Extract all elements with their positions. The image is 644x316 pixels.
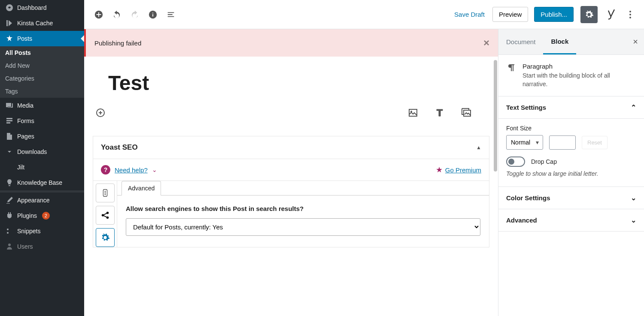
sidebar-label: Plugins	[17, 212, 37, 219]
sidebar-item-appearance[interactable]: Appearance	[0, 193, 84, 208]
sidebar-item-snippets[interactable]: Snippets	[0, 223, 84, 239]
submenu-add-new[interactable]: Add New	[0, 59, 84, 72]
yoast-subtab-advanced[interactable]: Advanced	[122, 181, 161, 196]
sidebar-item-forms[interactable]: Forms	[0, 113, 84, 129]
sidebar-item-jilt[interactable]: Jilt	[0, 160, 84, 175]
redo-button[interactable]	[127, 7, 143, 22]
more-menu-button[interactable]	[623, 11, 637, 18]
info-button[interactable]	[145, 7, 161, 22]
plug-icon	[5, 211, 14, 220]
svg-point-4	[104, 194, 106, 195]
notice-text: Publishing failed	[94, 39, 141, 47]
kinsta-icon	[5, 19, 14, 27]
scissors-icon	[5, 227, 14, 235]
post-title[interactable]: Test	[84, 57, 498, 100]
need-help-link[interactable]: Need help?	[115, 166, 148, 174]
settings-sidebar: Document Block × Paragraph Start with th…	[498, 29, 644, 316]
yoast-tab-social[interactable]	[96, 206, 115, 225]
sidebar-item-media[interactable]: Media	[0, 98, 84, 113]
gallery-block-button[interactable]	[459, 105, 474, 120]
sidebar-item-downloads[interactable]: Downloads	[0, 144, 84, 160]
traffic-light-icon	[100, 188, 110, 198]
sidebar-label: Users	[17, 243, 33, 250]
admin-sidebar: Dashboard Kinsta Cache Posts All Posts A…	[0, 0, 84, 316]
sidebar-label: Media	[17, 102, 33, 109]
settings-button[interactable]	[580, 6, 598, 23]
sidebar-label: Knowledge Base	[17, 179, 62, 186]
sidebar-label: Pages	[17, 133, 34, 140]
yoast-tab-advanced[interactable]	[96, 228, 115, 247]
font-size-input[interactable]	[549, 135, 576, 150]
dashboard-icon	[5, 3, 14, 12]
yoast-panel-title: Yoast SEO	[101, 143, 138, 152]
notice-close-button[interactable]: ×	[483, 37, 489, 49]
gear-icon	[584, 10, 594, 19]
insert-block-button[interactable]	[93, 105, 108, 120]
undo-button[interactable]	[109, 7, 125, 22]
collapse-icon: ▲	[476, 144, 481, 150]
block-appender	[84, 100, 498, 136]
block-desc-text: Start with the building block of all nar…	[522, 72, 636, 88]
font-size-reset-button[interactable]: Reset	[582, 136, 608, 149]
tab-block[interactable]: Block	[543, 29, 576, 54]
submenu-categories[interactable]: Categories	[0, 72, 84, 85]
download-icon	[5, 147, 14, 156]
sidebar-item-kb[interactable]: Knowledge Base	[0, 175, 84, 190]
plus-circle-icon	[94, 10, 103, 19]
close-inspector-button[interactable]: ×	[627, 37, 644, 47]
inspector-tabs: Document Block ×	[498, 29, 644, 55]
sidebar-item-posts[interactable]: Posts	[0, 31, 84, 46]
yoast-tab-readability[interactable]	[96, 184, 115, 202]
sidebar-item-dashboard[interactable]: Dashboard	[0, 0, 84, 15]
image-icon	[408, 108, 418, 118]
heading-block-button[interactable]	[432, 105, 447, 120]
plugins-badge: 2	[42, 212, 50, 220]
add-block-button[interactable]	[91, 7, 106, 22]
sidebar-label: Forms	[17, 117, 34, 124]
error-notice: Publishing failed ×	[84, 29, 498, 57]
sidebar-label: Downloads	[17, 148, 47, 155]
chevron-down-icon: ⌄	[152, 166, 157, 173]
panel-color-settings[interactable]: Color Settings⌄	[498, 187, 644, 209]
panel-advanced[interactable]: Advanced⌄	[498, 209, 644, 232]
chevron-down-icon: ⌄	[631, 194, 636, 202]
pages-icon	[5, 132, 14, 141]
panel-text-settings[interactable]: Text Settings⌃	[498, 96, 644, 119]
yoast-panel-header[interactable]: Yoast SEO ▲	[93, 136, 489, 159]
editor-scrollbar[interactable]	[494, 60, 497, 172]
go-premium-link[interactable]: Go Premium	[445, 166, 481, 174]
list-icon	[166, 10, 176, 19]
block-description: Paragraph Start with the building block …	[498, 55, 644, 96]
editor-toolbar: Save Draft Preview Publish...	[84, 0, 644, 29]
publish-button[interactable]: Publish...	[534, 7, 574, 22]
sidebar-item-kinsta[interactable]: Kinsta Cache	[0, 15, 84, 31]
svg-point-3	[104, 192, 106, 193]
save-draft-button[interactable]: Save Draft	[449, 11, 490, 18]
sidebar-label: Posts	[17, 35, 32, 42]
outline-button[interactable]	[163, 7, 179, 22]
undo-icon	[112, 10, 122, 19]
posts-submenu: All Posts Add New Categories Tags	[0, 46, 84, 98]
sidebar-item-pages[interactable]: Pages	[0, 129, 84, 144]
star-icon: ★	[436, 165, 443, 175]
block-title: Paragraph	[522, 63, 636, 70]
font-size-select[interactable]: Normal	[506, 135, 543, 150]
editor-canvas: Publishing failed × Test Yoast SEO ▲ ?	[84, 29, 498, 316]
preview-button[interactable]: Preview	[492, 7, 528, 22]
sidebar-item-plugins[interactable]: Plugins 2	[0, 208, 84, 223]
sidebar-label: Snippets	[17, 228, 40, 235]
seo-indexing-select[interactable]: Default for Posts, currently: Yes	[126, 218, 480, 236]
help-icon: ?	[101, 165, 110, 175]
jilt-icon	[5, 163, 14, 172]
brush-icon	[5, 196, 14, 205]
submenu-all-posts[interactable]: All Posts	[0, 46, 84, 59]
chevron-down-icon: ⌄	[631, 216, 636, 224]
yoast-toolbar-button[interactable]	[605, 9, 617, 21]
submenu-tags[interactable]: Tags	[0, 85, 84, 98]
drop-cap-toggle[interactable]	[506, 156, 525, 167]
bulb-icon	[5, 178, 14, 187]
sidebar-item-users[interactable]: Users	[0, 239, 84, 254]
image-block-button[interactable]	[405, 105, 421, 120]
text-icon	[434, 108, 445, 118]
tab-document[interactable]: Document	[498, 29, 543, 54]
